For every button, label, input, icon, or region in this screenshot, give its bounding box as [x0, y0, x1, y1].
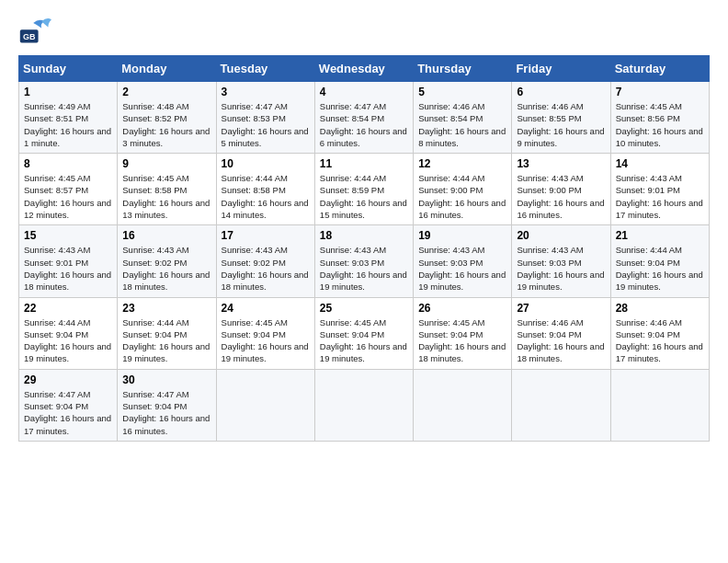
daylight-text: Daylight: 16 hours and 1 minute.: [24, 126, 111, 148]
sunrise-text: Sunrise: 4:43 AM: [418, 245, 484, 255]
day-number: 13: [517, 157, 605, 170]
day-number: 12: [418, 157, 506, 170]
logo: GB: [18, 15, 55, 48]
day-info: Sunrise: 4:44 AMSunset: 8:58 PMDaylight:…: [222, 172, 310, 221]
day-info: Sunrise: 4:45 AMSunset: 9:04 PMDaylight:…: [418, 316, 506, 365]
day-number: 20: [517, 229, 605, 242]
calendar-cell: 16Sunrise: 4:43 AMSunset: 9:02 PMDayligh…: [118, 225, 216, 297]
day-info: Sunrise: 4:46 AMSunset: 9:04 PMDaylight:…: [616, 316, 704, 365]
calendar-cell: 21Sunrise: 4:44 AMSunset: 9:04 PMDayligh…: [610, 225, 709, 297]
sunset-text: Sunset: 9:00 PM: [418, 185, 483, 195]
day-number: 27: [517, 302, 605, 315]
header-day-monday: Monday: [118, 56, 216, 82]
sunset-text: Sunset: 8:57 PM: [24, 185, 88, 195]
day-number: 16: [122, 229, 210, 242]
day-number: 14: [616, 157, 704, 170]
calendar-cell: 15Sunrise: 4:43 AMSunset: 9:01 PMDayligh…: [19, 225, 118, 297]
sunrise-text: Sunrise: 4:45 AM: [418, 317, 484, 327]
daylight-text: Daylight: 16 hours and 9 minutes.: [517, 126, 604, 148]
day-info: Sunrise: 4:43 AMSunset: 9:02 PMDaylight:…: [122, 244, 210, 293]
day-number: 19: [418, 229, 506, 242]
daylight-text: Daylight: 16 hours and 17 minutes.: [24, 413, 111, 435]
header-day-thursday: Thursday: [414, 56, 512, 82]
day-info: Sunrise: 4:43 AMSunset: 9:02 PMDaylight:…: [222, 244, 310, 293]
daylight-text: Daylight: 16 hours and 14 minutes.: [222, 198, 309, 220]
logo-icon: GB: [18, 15, 51, 48]
daylight-text: Daylight: 16 hours and 19 minutes.: [517, 270, 604, 292]
day-info: Sunrise: 4:47 AMSunset: 9:04 PMDaylight:…: [24, 388, 112, 437]
sunset-text: Sunset: 9:01 PM: [616, 185, 680, 195]
sunset-text: Sunset: 9:04 PM: [222, 329, 286, 339]
sunrise-text: Sunrise: 4:45 AM: [24, 173, 90, 183]
sunset-text: Sunset: 9:03 PM: [517, 258, 581, 268]
sunset-text: Sunset: 9:03 PM: [320, 258, 384, 268]
day-number: 18: [320, 229, 408, 242]
daylight-text: Daylight: 16 hours and 18 minutes.: [24, 270, 111, 292]
calendar-cell: 22Sunrise: 4:44 AMSunset: 9:04 PMDayligh…: [19, 297, 118, 369]
sunrise-text: Sunrise: 4:45 AM: [122, 173, 188, 183]
calendar-cell: [610, 369, 709, 441]
day-info: Sunrise: 4:44 AMSunset: 8:59 PMDaylight:…: [320, 172, 408, 221]
week-row-2: 8Sunrise: 4:45 AMSunset: 8:57 PMDaylight…: [19, 154, 710, 225]
sunset-text: Sunset: 8:54 PM: [418, 113, 483, 123]
header-row: SundayMondayTuesdayWednesdayThursdayFrid…: [19, 56, 710, 82]
header-day-sunday: Sunday: [19, 56, 118, 82]
sunset-text: Sunset: 8:52 PM: [122, 113, 187, 123]
sunrise-text: Sunrise: 4:48 AM: [122, 101, 188, 111]
sunset-text: Sunset: 8:58 PM: [122, 185, 187, 195]
calendar-table: SundayMondayTuesdayWednesdayThursdayFrid…: [18, 55, 710, 442]
day-info: Sunrise: 4:43 AMSunset: 9:00 PMDaylight:…: [517, 172, 605, 221]
daylight-text: Daylight: 16 hours and 15 minutes.: [320, 198, 407, 220]
calendar-cell: [314, 369, 413, 441]
daylight-text: Daylight: 16 hours and 12 minutes.: [24, 198, 111, 220]
calendar-cell: 26Sunrise: 4:45 AMSunset: 9:04 PMDayligh…: [414, 297, 512, 369]
calendar-cell: 12Sunrise: 4:44 AMSunset: 9:00 PMDayligh…: [414, 154, 512, 225]
sunset-text: Sunset: 9:01 PM: [24, 258, 88, 268]
sunset-text: Sunset: 9:04 PM: [122, 329, 187, 339]
day-number: 7: [616, 86, 704, 98]
day-info: Sunrise: 4:45 AMSunset: 8:56 PMDaylight:…: [616, 100, 704, 149]
sunrise-text: Sunrise: 4:47 AM: [24, 389, 90, 399]
sunrise-text: Sunrise: 4:46 AM: [517, 101, 583, 111]
day-number: 25: [320, 302, 408, 315]
calendar-cell: [216, 369, 314, 441]
sunrise-text: Sunrise: 4:46 AM: [517, 317, 583, 327]
sunrise-text: Sunrise: 4:47 AM: [122, 389, 188, 399]
sunset-text: Sunset: 8:53 PM: [222, 113, 286, 123]
day-number: 5: [418, 86, 506, 98]
daylight-text: Daylight: 16 hours and 19 minutes.: [320, 341, 407, 363]
sunset-text: Sunset: 9:04 PM: [122, 401, 187, 411]
daylight-text: Daylight: 16 hours and 13 minutes.: [122, 198, 210, 220]
day-info: Sunrise: 4:43 AMSunset: 9:03 PMDaylight:…: [517, 244, 605, 293]
week-row-3: 15Sunrise: 4:43 AMSunset: 9:01 PMDayligh…: [19, 225, 710, 297]
calendar-cell: [414, 369, 512, 441]
day-number: 21: [616, 229, 704, 242]
daylight-text: Daylight: 16 hours and 18 minutes.: [222, 270, 309, 292]
svg-text:GB: GB: [23, 32, 36, 41]
header-day-friday: Friday: [512, 56, 610, 82]
calendar-cell: 13Sunrise: 4:43 AMSunset: 9:00 PMDayligh…: [512, 154, 610, 225]
calendar-cell: 14Sunrise: 4:43 AMSunset: 9:01 PMDayligh…: [610, 154, 709, 225]
day-number: 26: [418, 302, 506, 315]
day-info: Sunrise: 4:47 AMSunset: 8:53 PMDaylight:…: [222, 100, 310, 149]
day-info: Sunrise: 4:49 AMSunset: 8:51 PMDaylight:…: [24, 100, 112, 149]
calendar-cell: 6Sunrise: 4:46 AMSunset: 8:55 PMDaylight…: [512, 82, 610, 154]
calendar-cell: 25Sunrise: 4:45 AMSunset: 9:04 PMDayligh…: [314, 297, 413, 369]
sunset-text: Sunset: 9:04 PM: [320, 329, 384, 339]
daylight-text: Daylight: 16 hours and 16 minutes.: [122, 413, 210, 435]
daylight-text: Daylight: 16 hours and 16 minutes.: [517, 198, 604, 220]
day-number: 4: [320, 86, 408, 98]
calendar-cell: 3Sunrise: 4:47 AMSunset: 8:53 PMDaylight…: [216, 82, 314, 154]
sunset-text: Sunset: 9:04 PM: [616, 258, 680, 268]
day-info: Sunrise: 4:43 AMSunset: 9:03 PMDaylight:…: [320, 244, 408, 293]
day-number: 10: [222, 157, 310, 170]
sunrise-text: Sunrise: 4:44 AM: [616, 245, 682, 255]
daylight-text: Daylight: 16 hours and 16 minutes.: [418, 198, 506, 220]
day-number: 29: [24, 373, 112, 386]
daylight-text: Daylight: 16 hours and 6 minutes.: [320, 126, 407, 148]
day-number: 30: [122, 373, 210, 386]
day-number: 6: [517, 86, 605, 98]
calendar-cell: 7Sunrise: 4:45 AMSunset: 8:56 PMDaylight…: [610, 82, 709, 154]
calendar-cell: 5Sunrise: 4:46 AMSunset: 8:54 PMDaylight…: [414, 82, 512, 154]
calendar-cell: 4Sunrise: 4:47 AMSunset: 8:54 PMDaylight…: [314, 82, 413, 154]
